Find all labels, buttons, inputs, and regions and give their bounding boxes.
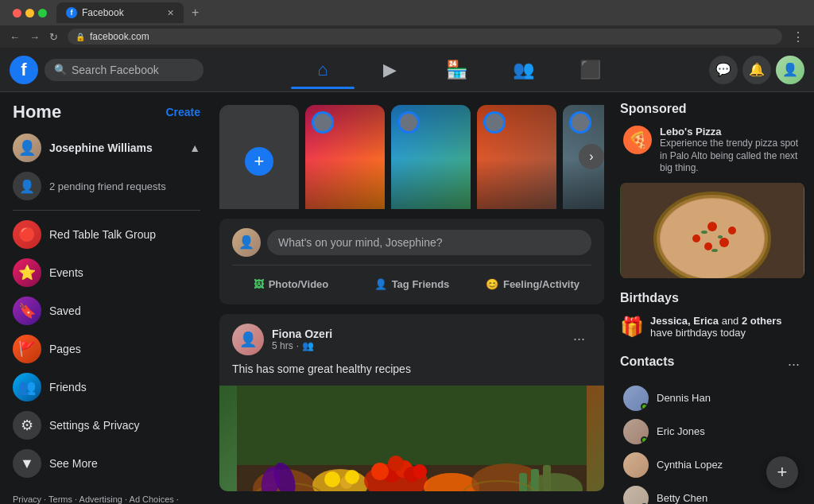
new-contact-button[interactable]: +	[766, 456, 798, 488]
footer-link-adchoices[interactable]: Ad Choices	[130, 494, 174, 504]
svg-rect-16	[519, 473, 527, 491]
svg-point-27	[661, 199, 764, 278]
notifications-button[interactable]: 🔔	[742, 56, 771, 84]
maximize-window-button[interactable]	[38, 9, 47, 17]
ssl-lock-icon: 🔒	[76, 33, 85, 41]
story-avatar-tom	[312, 111, 334, 134]
svg-point-19	[324, 471, 340, 487]
friends-icon: 👥	[13, 373, 41, 401]
svg-point-34	[718, 235, 723, 238]
search-placeholder: Search Facebook	[72, 64, 159, 76]
footer-link-advertising[interactable]: Advertising	[79, 494, 122, 504]
footer-links: Privacy · Terms · Advertising · Ad Choic…	[6, 483, 207, 504]
story-card-tom-russo[interactable]: Tom Russo	[305, 105, 385, 209]
feeling-activity-button[interactable]: 😊 Feeling/Activity	[474, 273, 591, 295]
center-feed: + Add to Story Tom Russo Betty Chen Denn…	[213, 92, 610, 504]
contact-avatar-cynthia	[623, 452, 649, 478]
sidebar-item-see-more[interactable]: ▼ See More	[6, 444, 207, 483]
sidebar-item-settings[interactable]: ⚙ Settings & Privacy	[6, 406, 207, 444]
contact-avatar-betty	[623, 486, 649, 504]
post-time-text: 5 hrs	[272, 340, 293, 351]
new-tab-button[interactable]: +	[187, 6, 204, 20]
sponsored-logo: 🍕	[623, 126, 652, 154]
profile-avatar[interactable]: 👤	[776, 56, 804, 84]
tag-friends-icon: 👤	[374, 278, 387, 290]
forward-button[interactable]: →	[26, 29, 43, 45]
sponsored-text: Lebo's Pizza Experience the trendy pizza…	[660, 126, 801, 175]
address-input[interactable]: 🔒 facebook.com	[68, 29, 782, 45]
sidebar-item-label: Red Table Talk Group	[49, 228, 156, 241]
story-add-plus-icon: +	[245, 147, 273, 176]
nav-marketplace-button[interactable]: 🏪	[424, 51, 488, 89]
story-card-betty-chen[interactable]: Betty Chen	[391, 105, 471, 209]
tag-friends-label: Tag Friends	[392, 278, 450, 290]
contact-item-eric[interactable]: Eric Jones	[620, 415, 804, 448]
contact-item-dennis[interactable]: Dennis Han	[620, 382, 804, 415]
svg-point-28	[707, 222, 717, 231]
sidebar-item-label: Events	[49, 266, 83, 279]
sidebar-item-events[interactable]: ⭐ Events	[6, 254, 207, 292]
sidebar-item-label: Friends	[49, 381, 87, 394]
sidebar-friend-requests[interactable]: 👤 2 pending friend requests	[6, 167, 207, 205]
contacts-header: Contacts ···	[620, 355, 804, 375]
svg-point-29	[692, 235, 700, 242]
sidebar-item-friends[interactable]: 👥 Friends	[6, 368, 207, 406]
tag-friends-button[interactable]: 👤 Tag Friends	[353, 273, 471, 295]
add-story-card[interactable]: + Add to Story	[219, 105, 299, 209]
messenger-button[interactable]: 💬	[709, 56, 738, 84]
stories-row: + Add to Story Tom Russo Betty Chen Denn…	[219, 105, 604, 209]
sidebar-item-pages[interactable]: 🚩 Pages	[6, 330, 207, 368]
footer-link-privacy[interactable]: Privacy	[13, 494, 41, 504]
story-card-dennis-han[interactable]: Dennis Han	[477, 105, 556, 209]
nav-home-button[interactable]: ⌂	[291, 51, 355, 89]
nav-buttons: ← → ↻	[6, 29, 61, 45]
header-right-actions: 💬 🔔 👤	[709, 56, 804, 84]
post-more-button[interactable]: ···	[567, 328, 591, 351]
post-time-dot: ·	[297, 340, 299, 351]
sidebar-item-red-table[interactable]: 🔴 Red Table Talk Group	[6, 215, 207, 254]
address-bar: ← → ↻ 🔒 facebook.com ⋮	[0, 25, 814, 48]
browser-tab-bar: f Facebook ✕ +	[0, 0, 814, 25]
post-image: 🌿 Healthy Recipes	[219, 386, 604, 491]
sponsored-description: Experience the trendy pizza spot in Palo…	[660, 138, 801, 175]
contacts-more-button[interactable]: ···	[783, 355, 804, 374]
stories-next-button[interactable]: ›	[579, 144, 604, 169]
sidebar-user-name: Josephine Williams	[49, 142, 153, 154]
birthday-item: 🎁 Jessica, Erica and 2 others have birth…	[620, 312, 804, 342]
birthday-names: Jessica, Erica	[650, 315, 719, 327]
contact-name-cynthia: Cynthia Lopez	[657, 459, 723, 471]
close-window-button[interactable]	[13, 9, 21, 17]
create-button[interactable]: Create	[165, 106, 200, 118]
composer-input[interactable]: What's on your mind, Josephine?	[267, 230, 591, 255]
back-button[interactable]: ←	[6, 29, 23, 45]
sidebar-item-saved[interactable]: 🔖 Saved	[6, 292, 207, 330]
browser-menu-button[interactable]: ⋮	[789, 28, 808, 46]
footer-link-terms[interactable]: Terms	[48, 494, 72, 504]
sidebar-user-profile[interactable]: 👤 Josephine Williams ▲	[6, 129, 207, 167]
post-text: This has some great healthy recipes	[219, 362, 604, 386]
sponsored-item[interactable]: 🍕 Lebo's Pizza Experience the trendy piz…	[620, 122, 804, 178]
tab-close-button[interactable]: ✕	[167, 8, 174, 18]
nav-watch-button[interactable]: ▶	[358, 51, 421, 89]
search-bar[interactable]: 🔍 Search Facebook	[45, 59, 204, 81]
pages-icon: 🚩	[13, 335, 41, 363]
svg-point-35	[711, 249, 718, 252]
story-avatar-betty	[397, 111, 420, 134]
photo-video-button[interactable]: 🖼 Photo/Video	[232, 273, 350, 295]
post-header: 👤 Fiona Ozeri 5 hrs · 👥 ···	[219, 314, 604, 362]
composer-top: 👤 What's on your mind, Josephine?	[232, 228, 591, 257]
birthday-and: and	[722, 315, 742, 327]
minimize-window-button[interactable]	[25, 9, 34, 17]
tab-favicon: f	[66, 7, 77, 18]
nav-groups-button[interactable]: 👥	[491, 51, 555, 89]
sidebar-item-label: Saved	[49, 304, 81, 317]
post-author-avatar: 👤	[232, 324, 264, 355]
birthdays-title: Birthdays	[620, 291, 804, 305]
browser-tab[interactable]: f Facebook ✕	[56, 2, 184, 23]
tab-title: Facebook	[82, 7, 124, 18]
nav-gaming-button[interactable]: ⬛	[558, 51, 622, 89]
refresh-button[interactable]: ↻	[46, 29, 61, 45]
facebook-header: f 🔍 Search Facebook ⌂ ▶ 🏪 👥 ⬛ 💬 🔔 👤	[0, 48, 814, 92]
svg-point-11	[371, 463, 389, 480]
story-avatar-dennis	[483, 111, 506, 134]
